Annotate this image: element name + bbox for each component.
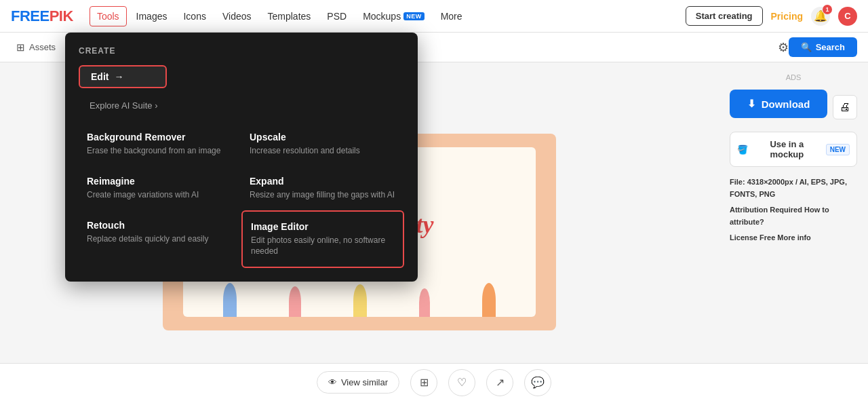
more-info-link[interactable]: More info — [777, 233, 811, 242]
assets-button[interactable]: ⊞ Assets — [11, 39, 61, 56]
nav-psd[interactable]: PSD — [320, 7, 353, 26]
balloon-pink-2 — [419, 288, 430, 317]
download-icon: ⬇ — [747, 98, 756, 110]
edit-label: Edit — [91, 71, 108, 82]
attribution-info: Attribution Required How to attribute? — [730, 204, 857, 228]
bottom-toolbar: 👁 View similar ⊞ ♡ ↗ 💬 — [0, 363, 868, 401]
logo-free: FREE — [11, 7, 50, 24]
download-label: Download — [762, 98, 810, 110]
logo[interactable]: FREEPIK — [11, 7, 73, 25]
comment-icon: 💬 — [531, 376, 545, 389]
dropdown-image-editor[interactable]: Image Editor Edit photos easily online, … — [241, 210, 404, 269]
nav-mockups[interactable]: Mockups NEW — [356, 7, 431, 26]
nav-tools[interactable]: Tools — [90, 6, 127, 26]
retouch-desc: Replace details quickly and easily — [87, 233, 233, 245]
heart-icon: ♡ — [457, 376, 467, 389]
nav-more[interactable]: More — [434, 7, 469, 26]
file-label: File: 4318×2000px / AI, EPS, JPG, FONTS,… — [730, 178, 847, 198]
dropdown-expand[interactable]: Expand Resize any image filling the gaps… — [241, 166, 404, 210]
nav-items: Tools Images Icons Videos Templates PSD … — [90, 6, 686, 26]
use-in-mockup-button[interactable]: 🪣 Use in a mockup NEW — [730, 132, 857, 167]
background-remover-title: Background Remover — [87, 132, 233, 142]
share-button[interactable]: ↗ — [486, 369, 513, 396]
dropdown-background-remover[interactable]: Background Remover Erase the background … — [79, 122, 241, 166]
download-row: ⬇ Download 🖨 — [730, 90, 857, 125]
tools-dropdown: Create Edit → Explore AI Suite › Backgro… — [65, 33, 418, 282]
explore-arrow-icon: › — [155, 100, 157, 111]
nav-right: Start creating Pricing 🔔 1 C — [686, 6, 857, 26]
upscale-title: Upscale — [250, 132, 396, 142]
retouch-title: Retouch — [87, 220, 233, 231]
dropdown-reimagine[interactable]: Reimagine Create image variations with A… — [79, 166, 241, 210]
mockup-label: Use in a mockup — [752, 139, 822, 159]
view-similar-label: View similar — [341, 377, 388, 387]
new-badge: NEW — [826, 144, 850, 155]
assets-label: Assets — [29, 42, 56, 52]
avatar[interactable]: C — [838, 7, 857, 26]
nav-templates[interactable]: Templates — [261, 7, 318, 26]
print-icon: 🖨 — [840, 101, 850, 113]
collection-icon: ⊞ — [420, 376, 429, 389]
share-icon: ↗ — [496, 376, 505, 389]
search-icon: 🔍 — [801, 42, 812, 52]
collection-button[interactable]: ⊞ — [410, 369, 437, 396]
expand-desc: Resize any image filling the gaps with A… — [250, 189, 396, 201]
edit-arrow-icon: → — [114, 71, 123, 82]
print-button[interactable]: 🖨 — [833, 95, 857, 119]
attribution-required-text: Required — [770, 206, 802, 214]
start-creating-button[interactable]: Start creating — [686, 6, 763, 26]
view-similar-button[interactable]: 👁 View similar — [317, 371, 399, 394]
background-remover-desc: Erase the background from an image — [87, 145, 233, 157]
upscale-desc: Increase resolution and details — [250, 145, 396, 157]
file-info: File: 4318×2000px / AI, EPS, JPG, FONTS,… — [730, 176, 857, 200]
attribution-label: Attribution — [730, 206, 768, 214]
search-button[interactable]: 🔍 Search — [789, 37, 857, 57]
reimagine-desc: Create image variations with AI — [87, 189, 233, 201]
explore-label: Explore AI Suite — [90, 100, 153, 111]
notification-badge: 1 — [823, 5, 832, 14]
logo-text: FREEPIK — [11, 7, 73, 25]
balloon-blue — [223, 283, 237, 317]
balloon-pink — [289, 286, 301, 317]
image-editor-desc: Edit photos easily online, no software n… — [251, 235, 395, 258]
edit-button[interactable]: Edit → — [79, 65, 167, 88]
dropdown-edit-row: Edit → — [79, 65, 404, 88]
ads-label: ADS — [730, 73, 857, 81]
license-label: License — [730, 233, 757, 242]
nav-images[interactable]: Images — [130, 7, 174, 26]
heart-button[interactable]: ♡ — [448, 369, 475, 396]
top-navigation: FREEPIK Tools Images Icons Videos Templa… — [0, 0, 868, 33]
dropdown-create-header: Create — [79, 46, 404, 56]
balloon-yellow — [353, 284, 367, 317]
right-sidebar: ADS ⬇ Download 🖨 🪣 Use in a mockup NEW F… — [719, 62, 868, 401]
assets-icon: ⊞ — [16, 41, 25, 54]
view-similar-icon: 👁 — [328, 377, 337, 387]
download-button[interactable]: ⬇ Download — [730, 90, 827, 118]
notification-icon[interactable]: 🔔 1 — [811, 7, 830, 26]
comment-button[interactable]: 💬 — [524, 369, 551, 396]
logo-pik: PIK — [50, 7, 73, 24]
dropdown-upscale[interactable]: Upscale Increase resolution and details — [241, 122, 404, 166]
license-info: License Free More info — [730, 232, 857, 244]
nav-videos[interactable]: Videos — [216, 7, 258, 26]
reimagine-title: Reimagine — [87, 176, 233, 187]
explore-ai-suite-link[interactable]: Explore AI Suite › — [90, 100, 157, 111]
dropdown-retouch[interactable]: Retouch Replace details quickly and easi… — [79, 210, 241, 269]
dropdown-grid: Background Remover Erase the background … — [79, 122, 404, 268]
expand-title: Expand — [250, 176, 396, 187]
mockups-badge: NEW — [403, 12, 425, 20]
pricing-link[interactable]: Pricing — [771, 11, 803, 22]
balloon-orange — [482, 283, 496, 317]
license-type: Free — [760, 233, 775, 242]
nav-icons[interactable]: Icons — [176, 7, 212, 26]
search-label: Search — [816, 42, 845, 52]
mockup-icon: 🪣 — [737, 145, 748, 155]
image-editor-title: Image Editor — [251, 221, 395, 232]
settings-icon[interactable]: ⚙ — [778, 40, 789, 55]
